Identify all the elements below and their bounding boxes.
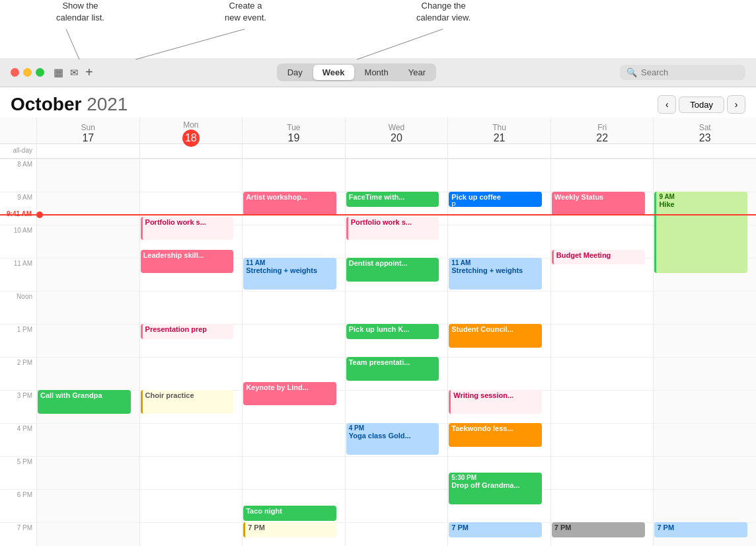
- time-label-3: 11 AM: [0, 258, 36, 291]
- time-cell-4-3: [345, 291, 448, 324]
- event-e22[interactable]: Taekwondo less...: [449, 423, 542, 447]
- allday-cell-4: [447, 144, 550, 158]
- time-label-6: 2 PM: [0, 357, 36, 390]
- event-e27[interactable]: 7 PM: [552, 522, 645, 537]
- event-e17[interactable]: Keynote by Lind...: [243, 382, 336, 406]
- time-cell-7-3: [345, 390, 448, 423]
- event-e7[interactable]: Portfolio work s...: [346, 217, 439, 241]
- view-tabs: Day Week Month Year: [277, 63, 436, 81]
- calendar-list-icon[interactable]: ▦: [54, 66, 63, 79]
- today-button[interactable]: Today: [679, 97, 724, 113]
- time-cell-11-3: [345, 522, 448, 546]
- tab-year[interactable]: Year: [399, 65, 435, 80]
- event-e12[interactable]: 11 AMStretching + weights: [449, 258, 542, 290]
- event-e19[interactable]: Writing session...: [449, 390, 542, 414]
- time-cell-4-6: [653, 291, 756, 324]
- titlebar: ▦ ✉ + Day Week Month Year 🔍: [0, 58, 756, 87]
- time-label-9: 5 PM: [0, 456, 36, 489]
- time-grid[interactable]: 8 AM9 AM10 AM11 AMNoon1 PM2 PM3 PM4 PM5 …: [0, 159, 756, 546]
- time-cell-0-6: [653, 159, 756, 192]
- allday-cell-3: [345, 144, 448, 158]
- time-cell-9-1: [139, 456, 243, 489]
- time-label-7: 3 PM: [0, 390, 36, 423]
- time-cell-4-2: [242, 291, 345, 324]
- event-e5[interactable]: 9 AMHike: [654, 192, 747, 273]
- next-button[interactable]: ›: [727, 95, 745, 114]
- time-cell-5-5: [550, 324, 654, 357]
- allday-row: all-day: [0, 144, 756, 159]
- event-e28[interactable]: 7 PM: [654, 522, 747, 537]
- current-time-label: 9:41 AM: [0, 210, 34, 217]
- event-e18[interactable]: Choir practice: [141, 390, 234, 414]
- time-label-8: 4 PM: [0, 423, 36, 456]
- time-cell-10-5: [550, 489, 654, 522]
- inbox-icon[interactable]: ✉: [70, 67, 79, 79]
- time-label-4: Noon: [0, 291, 36, 324]
- tab-month[interactable]: Month: [356, 65, 398, 80]
- time-cell-4-5: [550, 291, 654, 324]
- event-e8[interactable]: Budget Meeting: [552, 250, 645, 265]
- time-cell-10-3: [345, 489, 448, 522]
- event-e24[interactable]: 5:30 PMDrop off Grandma...: [449, 473, 542, 504]
- nav-buttons: ‹ Today ›: [658, 95, 745, 114]
- event-e26[interactable]: 7 PM: [449, 522, 542, 537]
- event-e14[interactable]: Pick up lunch K...: [346, 324, 439, 339]
- time-cell-9-3: [345, 456, 448, 489]
- time-cell-0-3: [345, 159, 448, 192]
- time-cell-5-2: [242, 324, 345, 357]
- add-event-button[interactable]: +: [85, 65, 93, 80]
- time-cell-9-0: [36, 456, 139, 489]
- minimize-button[interactable]: [23, 68, 32, 77]
- event-e9[interactable]: Leadership skill...: [141, 250, 234, 274]
- event-e2[interactable]: FaceTime with...: [346, 192, 439, 207]
- time-cell-2-2: [242, 225, 345, 258]
- tab-day[interactable]: Day: [278, 65, 312, 80]
- time-label-5: 1 PM: [0, 324, 36, 357]
- svg-line-0: [66, 29, 79, 59]
- tab-week[interactable]: Week: [313, 65, 354, 80]
- time-cell-3-0: [36, 258, 139, 291]
- prev-button[interactable]: ‹: [658, 95, 676, 114]
- time-cell-1-0: [36, 192, 139, 225]
- allday-cell-0: [36, 144, 139, 158]
- annotation-create-event: Create anew event.: [225, 0, 266, 24]
- annotation-show-calendar: Show thecalendar list.: [56, 0, 104, 24]
- event-e11[interactable]: Dentist appoint...: [346, 258, 439, 282]
- time-cell-0-5: [550, 159, 654, 192]
- time-label-0: 8 AM: [0, 159, 36, 192]
- time-cell-6-0: [36, 357, 139, 390]
- time-cell-7-5: [550, 390, 654, 423]
- event-e25[interactable]: 7 PM: [243, 522, 336, 537]
- event-e20[interactable]: Call with Grandpa: [38, 390, 131, 414]
- time-cell-5-0: [36, 324, 139, 357]
- fullscreen-button[interactable]: [36, 68, 44, 77]
- time-cell-9-2: [242, 456, 345, 489]
- time-cell-11-1: [139, 522, 243, 546]
- search-icon: 🔍: [626, 67, 637, 77]
- event-e6[interactable]: Portfolio work s...: [141, 217, 234, 241]
- event-e21[interactable]: 4 PMYoga class Gold...: [346, 423, 439, 455]
- month-year-title: October 2021: [11, 94, 128, 115]
- day-headers-row: Sun 17Mon 18Tue 19Wed 20Thu 21Fri 22Sat …: [0, 118, 756, 144]
- event-e1[interactable]: Artist workshop...: [243, 192, 336, 215]
- time-label-1: 9 AM: [0, 192, 36, 225]
- time-label-11: 7 PM: [0, 522, 36, 546]
- allday-cell-5: [550, 144, 654, 158]
- event-e16[interactable]: Team presentati...: [346, 357, 439, 381]
- event-e10[interactable]: 11 AMStretching + weights: [243, 258, 336, 290]
- search-input[interactable]: [641, 67, 739, 77]
- event-e15[interactable]: Student Council...: [449, 324, 542, 348]
- time-cell-4-4: [447, 291, 550, 324]
- event-e23[interactable]: Taco night: [243, 506, 336, 521]
- event-e4[interactable]: Weekly Status: [552, 192, 645, 215]
- allday-label: all-day: [0, 144, 36, 158]
- close-button[interactable]: [11, 68, 19, 77]
- time-cell-6-5: [550, 357, 654, 390]
- event-e3[interactable]: Pick up coffeeP...: [449, 192, 542, 207]
- time-cell-0-0: [36, 159, 139, 192]
- event-e13[interactable]: Presentation prep: [141, 324, 234, 339]
- time-cell-0-2: [242, 159, 345, 192]
- time-cell-10-1: [139, 489, 243, 522]
- time-cell-8-1: [139, 423, 243, 456]
- time-cell-10-6: [653, 489, 756, 522]
